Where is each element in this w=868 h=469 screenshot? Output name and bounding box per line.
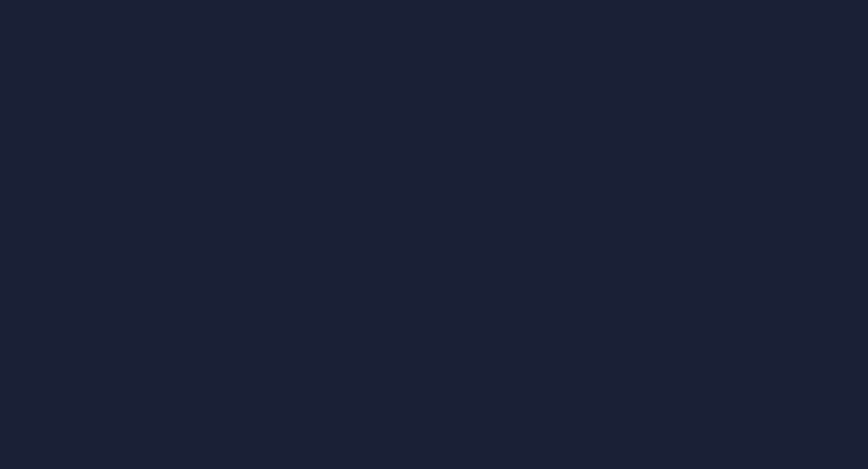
connectors-svg xyxy=(0,0,868,469)
org-chart xyxy=(0,0,868,469)
